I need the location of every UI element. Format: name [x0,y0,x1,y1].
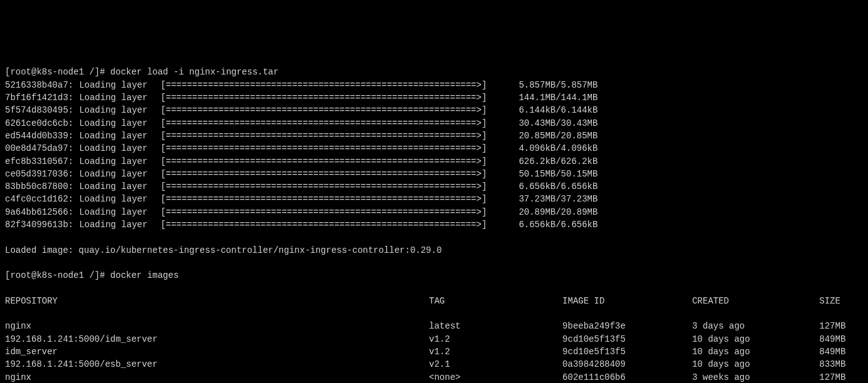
progress-bar: [=======================================… [155,79,506,91]
docker-images-table: REPOSITORYTAGIMAGE IDCREATEDSIZE nginxla… [5,282,863,383]
header-tag: TAG [429,295,562,307]
loading-label: Loading layer [74,180,155,193]
cell-image-id: 0a3984288409 [562,358,692,370]
cell-tag: latest [429,320,562,332]
progress-bar: [=======================================… [155,193,506,205]
loaded-image-message: Loaded image: quay.io/kubernetes-ingress… [5,244,863,257]
layer-size: 20.89MB/20.89MB [506,206,597,218]
loading-label: Loading layer [74,218,155,231]
layer-size: 20.85MB/20.85MB [506,130,597,142]
terminal-output: [root@k8s-node1 /]# docker load -i nginx… [5,53,863,383]
progress-bar: [=======================================… [155,180,506,193]
progress-bar: [=======================================… [155,104,506,116]
cell-repository: idm_server [5,345,429,358]
layer-hash: 9a64bb612566: [5,206,74,218]
loading-layer-row: 5216338b40a7: Loading layer [===========… [5,79,863,91]
cell-size: 127MB [819,320,863,332]
cell-image-id: 602e111c06b6 [562,371,692,383]
layer-size: 6.656kB/6.656kB [506,180,597,193]
loading-label: Loading layer [74,104,155,116]
layer-hash: 00e8d475da97: [5,142,74,155]
header-repository: REPOSITORY [5,295,429,307]
header-size: SIZE [819,295,863,307]
loading-label: Loading layer [74,193,155,205]
progress-bar: [=======================================… [155,206,506,218]
layer-hash: 6261ce0dc6cb: [5,117,74,130]
header-created: CREATED [692,295,819,307]
cell-image-id: 9cd10e5f13f5 [562,333,692,345]
layer-size: 4.096kB/4.096kB [506,142,597,155]
loading-label: Loading layer [74,130,155,142]
layer-hash: efc8b3310567: [5,155,74,168]
prompt-line-2[interactable]: [root@k8s-node1 /]# docker images [5,270,178,280]
layer-hash: 5f574d830495: [5,104,74,116]
progress-bar: [=======================================… [155,155,506,168]
loading-layer-row: 82f34099613b: Loading layer [===========… [5,218,863,231]
table-row: 192.168.1.241:5000/idm_serverv1.29cd10e5… [5,333,863,345]
table-row: nginx<none>602e111c06b63 weeks ago127MB [5,371,863,383]
progress-bar: [=======================================… [155,91,506,104]
loading-layer-row: efc8b3310567: Loading layer [===========… [5,155,863,168]
table-header: REPOSITORYTAGIMAGE IDCREATEDSIZE [5,295,863,307]
loading-layer-row: ce05d3917036: Loading layer [===========… [5,168,863,180]
cell-image-id: 9cd10e5f13f5 [562,345,692,358]
layer-hash: 82f34099613b: [5,218,74,231]
cell-tag: v1.2 [429,345,562,358]
layer-size: 5.857MB/5.857MB [506,79,597,91]
loading-layer-row: 00e8d475da97: Loading layer [===========… [5,142,863,155]
loading-label: Loading layer [74,79,155,91]
cell-size: 833MB [819,358,863,370]
layer-size: 6.144kB/6.144kB [506,104,597,116]
cell-tag: <none> [429,371,562,383]
table-row: 192.168.1.241:5000/esb_serverv2.10a39842… [5,358,863,370]
header-image-id: IMAGE ID [562,295,692,307]
progress-bar: [=======================================… [155,168,506,180]
progress-bar: [=======================================… [155,130,506,142]
cell-size: 127MB [819,371,863,383]
layer-hash: 5216338b40a7: [5,79,74,91]
loading-label: Loading layer [74,155,155,168]
progress-bar: [=======================================… [155,117,506,130]
layer-hash: 83bb50c87800: [5,180,74,193]
loading-layer-row: 6261ce0dc6cb: Loading layer [===========… [5,117,863,130]
loading-layer-row: 9a64bb612566: Loading layer [===========… [5,206,863,218]
progress-bar: [=======================================… [155,218,506,231]
loading-layer-row: 83bb50c87800: Loading layer [===========… [5,180,863,193]
layer-size: 37.23MB/37.23MB [506,193,597,205]
cell-repository: nginx [5,371,429,383]
layer-hash: ed544dd0b339: [5,130,74,142]
layer-hash: ce05d3917036: [5,168,74,180]
layer-hash: c4fc0cc1d162: [5,193,74,205]
cell-repository: 192.168.1.241:5000/idm_server [5,333,429,345]
loading-layer-row: ed544dd0b339: Loading layer [===========… [5,130,863,142]
cell-size: 849MB [819,345,863,358]
loading-label: Loading layer [74,206,155,218]
layer-size: 50.15MB/50.15MB [506,168,597,180]
layer-size: 30.43MB/30.43MB [506,117,597,130]
loading-label: Loading layer [74,91,155,104]
prompt-line-1[interactable]: [root@k8s-node1 /]# docker load -i nginx… [5,67,279,77]
loading-layer-row: c4fc0cc1d162: Loading layer [===========… [5,193,863,205]
table-row: idm_serverv1.29cd10e5f13f510 days ago849… [5,345,863,358]
cell-created: 3 days ago [692,320,819,332]
cell-tag: v1.2 [429,333,562,345]
cell-created: 10 days ago [692,358,819,370]
loading-layers: 5216338b40a7: Loading layer [===========… [5,79,863,232]
loading-layer-row: 5f574d830495: Loading layer [===========… [5,104,863,116]
cell-image-id: 9beeba249f3e [562,320,692,332]
layer-size: 626.2kB/626.2kB [506,155,597,168]
loading-layer-row: 7bf16f1421d3: Loading layer [===========… [5,91,863,104]
layer-size: 6.656kB/6.656kB [506,218,597,231]
cell-created: 10 days ago [692,345,819,358]
loading-label: Loading layer [74,168,155,180]
cell-repository: 192.168.1.241:5000/esb_server [5,358,429,370]
loading-label: Loading layer [74,142,155,155]
layer-hash: 7bf16f1421d3: [5,91,74,104]
cell-size: 849MB [819,333,863,345]
cell-tag: v2.1 [429,358,562,370]
progress-bar: [=======================================… [155,142,506,155]
cell-created: 10 days ago [692,333,819,345]
table-row: nginxlatest9beeba249f3e3 days ago127MB [5,320,863,332]
cell-created: 3 weeks ago [692,371,819,383]
layer-size: 144.1MB/144.1MB [506,91,597,104]
